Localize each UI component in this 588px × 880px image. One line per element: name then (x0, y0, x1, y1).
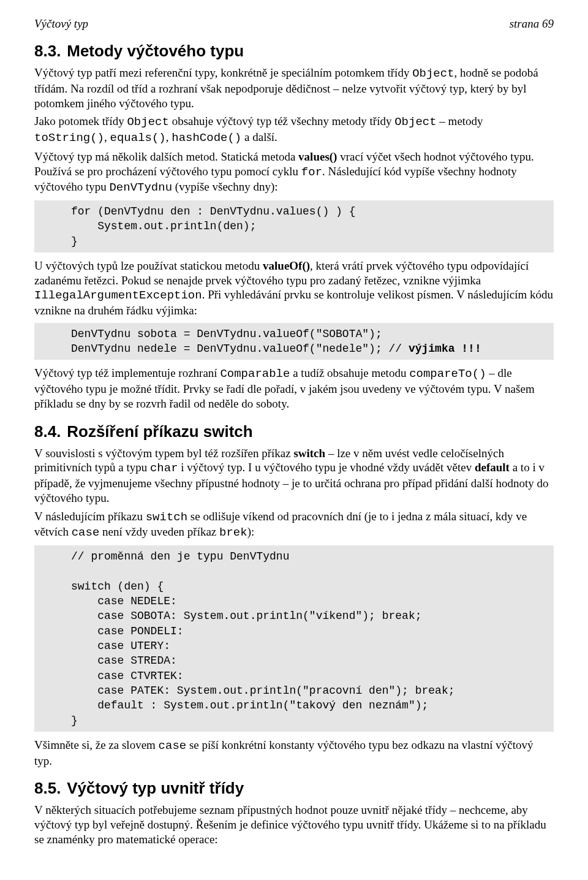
code-block-valueof: DenVTydnu sobota = DenVTydnu.valueOf("SO… (34, 323, 554, 360)
paragraph: Jako potomek třídy Object obsahuje výčto… (34, 114, 554, 146)
code-inline: toString() (34, 131, 104, 145)
header-left: Výčtový typ (34, 17, 88, 31)
heading-8-5: 8.5. Výčtový typ uvnitř třídy (34, 779, 554, 798)
paragraph: Všimněte si, že za slovem case se píší k… (34, 738, 554, 768)
code-inline: DenVTydnu (109, 181, 172, 194)
code-inline: Object (412, 67, 454, 80)
code-inline: compareTo() (409, 367, 486, 381)
code-inline: Comparable (220, 367, 290, 381)
heading-title: Rozšíření příkazu switch (67, 422, 252, 441)
paragraph: Výčtový typ patří mezi referenční typy, … (34, 66, 554, 110)
code-inline: brek (219, 526, 247, 539)
code-inline: switch (146, 510, 187, 524)
code-block-switch: // proměnná den je typu DenVTydnu switch… (34, 545, 554, 732)
code-inline: Object (127, 115, 168, 129)
code-inline: case (159, 739, 187, 753)
code-inline: Object (394, 115, 436, 129)
code-inline: char (150, 461, 178, 475)
code-inline: case (72, 526, 100, 539)
heading-title: Metody výčtového typu (67, 42, 244, 60)
paragraph: Výčtový typ má několik dalších metod. St… (34, 150, 554, 195)
paragraph: U výčtových typů lze používat statickou … (34, 259, 554, 318)
paragraph: Výčtový typ též implementuje rozhraní Co… (34, 366, 554, 411)
code-inline: for (301, 165, 322, 179)
code-inline: IllegalArgumentException (34, 289, 202, 302)
paragraph: V některých situacích potřebujeme seznam… (34, 803, 554, 846)
paragraph: V souvislosti s výčtovým typem byl též r… (34, 446, 554, 506)
heading-8-3: 8.3. Metody výčtového typu (34, 42, 554, 61)
heading-8-4: 8.4. Rozšíření příkazu switch (34, 422, 554, 441)
page-header: Výčtový typ strana 69 (34, 17, 554, 31)
heading-number: 8.4. (34, 422, 62, 441)
code-inline: hashCode() (172, 131, 241, 145)
paragraph: V následujícím příkazu switch se odlišuj… (34, 509, 554, 541)
heading-title: Výčtový typ uvnitř třídy (67, 779, 244, 797)
code-inline: equals() (110, 131, 166, 145)
code-block-for: for (DenVTydnu den : DenVTydnu.values() … (34, 200, 554, 252)
heading-number: 8.3. (34, 42, 62, 61)
heading-number: 8.5. (34, 779, 62, 798)
header-right: strana 69 (510, 17, 554, 31)
